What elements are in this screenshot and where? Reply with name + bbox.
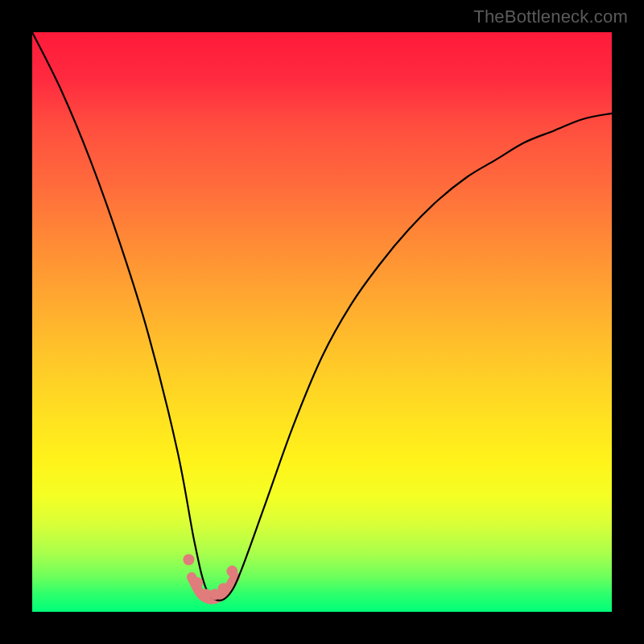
watermark-text: TheBottleneck.com xyxy=(473,6,628,27)
plot-area xyxy=(32,32,612,612)
marker-point xyxy=(226,566,237,577)
marker-point xyxy=(218,583,229,594)
bottleneck-curve xyxy=(32,32,612,601)
marker-point xyxy=(192,577,203,588)
curve-svg xyxy=(32,32,612,612)
marker-point xyxy=(183,554,194,565)
chart-frame: TheBottleneck.com xyxy=(0,0,644,644)
